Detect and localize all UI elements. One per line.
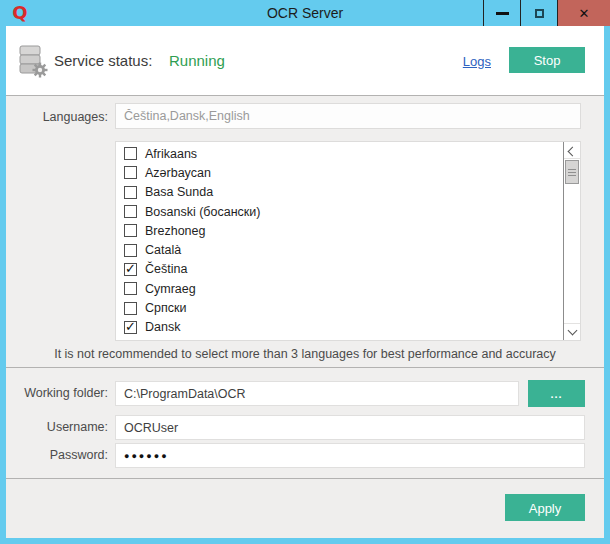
ocr-server-window: Q OCR Server ✕ bbox=[0, 0, 610, 544]
language-checkbox[interactable] bbox=[124, 205, 137, 218]
username-input[interactable] bbox=[115, 415, 585, 440]
maximize-button[interactable] bbox=[520, 0, 557, 26]
languages-label: Languages: bbox=[6, 110, 108, 124]
language-label: Bosanski (босански) bbox=[145, 205, 260, 219]
working-folder-label: Working folder: bbox=[6, 386, 108, 400]
language-row[interactable]: Српски bbox=[116, 298, 580, 317]
language-label: Cymraeg bbox=[145, 282, 196, 296]
languages-selected-input[interactable] bbox=[115, 103, 581, 129]
window-content: Service status: Running Logs Stop Langua… bbox=[6, 26, 604, 538]
language-row[interactable]: Basa Sunda bbox=[116, 183, 580, 202]
language-label: Brezhoneg bbox=[145, 224, 205, 238]
language-checkbox[interactable] bbox=[124, 244, 137, 257]
language-label: Deutsch bbox=[145, 340, 191, 341]
language-row[interactable]: Dansk bbox=[116, 318, 580, 337]
language-row[interactable]: Azərbaycan bbox=[116, 163, 580, 182]
scrollbar-up-button[interactable] bbox=[564, 142, 580, 159]
language-checkbox[interactable] bbox=[124, 224, 137, 237]
language-row[interactable]: Cymraeg bbox=[116, 279, 580, 298]
language-label: Català bbox=[145, 243, 181, 257]
language-checkbox[interactable] bbox=[124, 166, 137, 179]
language-label: Dansk bbox=[145, 320, 180, 334]
stop-button[interactable]: Stop bbox=[509, 47, 585, 73]
password-label: Password: bbox=[6, 448, 108, 462]
language-row[interactable]: Čeština bbox=[116, 260, 580, 279]
window-controls: ✕ bbox=[483, 0, 610, 26]
minimize-icon bbox=[496, 12, 509, 15]
service-status-value: Running bbox=[169, 52, 225, 69]
close-button[interactable]: ✕ bbox=[557, 0, 610, 26]
language-list: Afrikaans Azərbaycan Basa Sunda Bosanski… bbox=[115, 141, 581, 341]
language-row[interactable]: Català bbox=[116, 240, 580, 259]
language-checkbox[interactable] bbox=[124, 302, 137, 315]
language-checkbox[interactable] bbox=[124, 263, 137, 276]
language-row[interactable]: Deutsch bbox=[116, 337, 580, 341]
apply-button[interactable]: Apply bbox=[505, 494, 585, 521]
language-row[interactable]: Bosanski (босански) bbox=[116, 202, 580, 221]
footer-section: Apply bbox=[6, 479, 604, 538]
language-checkbox[interactable] bbox=[124, 147, 137, 160]
language-label: Čeština bbox=[145, 262, 187, 276]
language-checkbox[interactable] bbox=[124, 340, 137, 341]
status-section: Service status: Running Logs Stop bbox=[6, 26, 604, 95]
chevron-up-icon bbox=[567, 147, 577, 157]
maximize-icon bbox=[535, 9, 544, 18]
password-input[interactable] bbox=[115, 443, 585, 468]
titlebar: Q OCR Server ✕ bbox=[0, 0, 610, 26]
logs-link[interactable]: Logs bbox=[463, 54, 491, 69]
languages-note: It is not recommended to select more tha… bbox=[46, 347, 564, 361]
language-row[interactable]: Afrikaans bbox=[116, 144, 580, 163]
close-icon: ✕ bbox=[579, 7, 590, 20]
language-checkbox[interactable] bbox=[124, 282, 137, 295]
language-label: Azərbaycan bbox=[145, 166, 211, 180]
minimize-button[interactable] bbox=[483, 0, 520, 26]
working-folder-input[interactable] bbox=[115, 381, 519, 406]
username-label: Username: bbox=[6, 420, 108, 434]
server-service-icon bbox=[14, 43, 50, 79]
language-label: Basa Sunda bbox=[145, 185, 213, 199]
languages-section: Languages: Afrikaans Azərbaycan Basa Sun… bbox=[6, 96, 604, 367]
language-checkbox[interactable] bbox=[124, 321, 137, 334]
scrollbar[interactable] bbox=[563, 142, 580, 340]
scrollbar-thumb[interactable] bbox=[565, 160, 579, 184]
chevron-down-icon bbox=[567, 326, 577, 336]
settings-section: Working folder: ... Username: Password: bbox=[6, 368, 604, 478]
language-checkbox[interactable] bbox=[124, 186, 137, 199]
service-status-label: Service status: bbox=[54, 52, 152, 69]
language-label: Српски bbox=[145, 301, 186, 315]
language-row[interactable]: Brezhoneg bbox=[116, 221, 580, 240]
language-label: Afrikaans bbox=[145, 147, 197, 161]
browse-button[interactable]: ... bbox=[528, 380, 585, 407]
scrollbar-down-button[interactable] bbox=[564, 323, 580, 340]
